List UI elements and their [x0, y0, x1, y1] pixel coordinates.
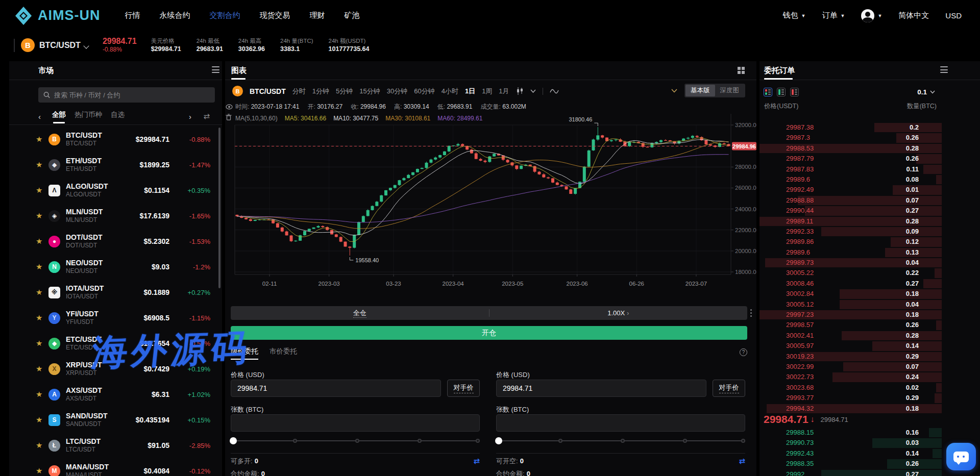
- candlestick-chart[interactable]: 32000.0030000.0028000.0026000.0024000.00…: [228, 101, 756, 295]
- layout-grid-icon[interactable]: [738, 67, 745, 74]
- ask-row[interactable]: 29998.57 0.26: [760, 320, 942, 330]
- ask-row[interactable]: 29987.79 0.26: [760, 154, 942, 164]
- order-tab-限价委托[interactable]: 限价委托: [231, 347, 258, 360]
- timeframe-30分钟[interactable]: 30分钟: [387, 87, 407, 96]
- timeframe-15分钟[interactable]: 15分钟: [359, 87, 380, 96]
- last-price-row[interactable]: 29984.71 ↓ 29984.71: [764, 413, 848, 425]
- coin-row[interactable]: ★ M MANA/USDTMANA/USDT $0.4084 -0.12%: [9, 458, 222, 476]
- view-tab-基本版[interactable]: 基本版: [685, 85, 715, 96]
- ask-row[interactable]: 29987.3 0.26: [760, 133, 942, 143]
- ask-row[interactable]: 29987.83 0.11: [760, 164, 942, 174]
- favorite-star-icon[interactable]: ★: [36, 135, 44, 144]
- timeframe-5分钟[interactable]: 5分钟: [336, 87, 353, 96]
- coin-row[interactable]: ★ N NEO/USDTNEO/USDT $9.03 -1.2%: [9, 254, 222, 280]
- coin-row[interactable]: ★ ※ IOTA/USDTIOTA/USDT $0.1889 +0.27%: [9, 280, 222, 305]
- slider-handle[interactable]: [495, 437, 502, 444]
- ask-row[interactable]: 29992.49 0.01: [760, 185, 942, 195]
- help-icon[interactable]: ?: [740, 348, 747, 356]
- ask-row[interactable]: 30005.12 0.04: [760, 299, 942, 310]
- coin-row[interactable]: ★ Ł LTC/USDTLTC/USDT $91.05 -2.85%: [9, 433, 222, 458]
- chevron-down-icon[interactable]: [530, 89, 536, 93]
- bid-row[interactable]: 29992.43 0.14: [760, 448, 942, 459]
- coin-row[interactable]: ★ ● DOT/USDTDOT/USDT $5.2302 -1.53%: [9, 229, 222, 254]
- ask-row[interactable]: 29988.53 0.28: [760, 143, 942, 154]
- favorite-star-icon[interactable]: ★: [36, 186, 44, 195]
- view-tab-深度图[interactable]: 深度图: [715, 85, 745, 96]
- coin-row[interactable]: ★ ◆ ETC/USDTETC/USDT $18.7654 -0.57%: [9, 331, 222, 356]
- counter-price-button[interactable]: 对手价: [713, 380, 745, 397]
- favorite-star-icon[interactable]: ★: [36, 211, 44, 220]
- search-input[interactable]: [54, 91, 210, 99]
- timeframe-分时[interactable]: 分时: [292, 87, 306, 96]
- bid-row[interactable]: 29988.15 0.16: [760, 428, 942, 438]
- orders-menu[interactable]: 订单▼: [822, 11, 845, 20]
- chevron-down-icon[interactable]: [671, 89, 677, 93]
- nav-item-永续合约[interactable]: 永续合约: [160, 11, 190, 20]
- favorite-star-icon[interactable]: ★: [36, 313, 44, 322]
- coin-row[interactable]: ★ B BTC/USDTBTC/USDT $29984.71 -0.88%: [9, 127, 222, 152]
- long-qty-input[interactable]: [231, 414, 480, 432]
- ask-row[interactable]: 29993.77 0.29: [760, 393, 942, 403]
- coin-row[interactable]: ★ X XRP/USDTXRP/USDT $0.7429 +0.19%: [9, 356, 222, 382]
- transfer-icon[interactable]: ⇄: [739, 457, 745, 466]
- refresh-icon[interactable]: ⇄: [203, 112, 210, 121]
- account-menu[interactable]: ▼: [861, 9, 882, 22]
- coin-row[interactable]: ★ Y YFI/USDTYFI/USDT $6908.5 -1.15%: [9, 305, 222, 331]
- coin-tab-全部[interactable]: 全部: [52, 110, 66, 122]
- coin-tab-自选[interactable]: 自选: [111, 110, 125, 122]
- tabs-scroll-right-icon[interactable]: ›: [189, 112, 191, 121]
- chat-support-button[interactable]: [946, 443, 976, 470]
- nav-item-矿池[interactable]: 矿池: [345, 11, 360, 20]
- bid-row[interactable]: 29988.35 0.26: [760, 459, 942, 469]
- open-position-button[interactable]: 开仓: [231, 326, 747, 340]
- timeframe-1周[interactable]: 1周: [482, 87, 492, 96]
- view-mode-asks-icon[interactable]: [790, 88, 799, 96]
- ask-row[interactable]: 29989.6 0.08: [760, 174, 942, 185]
- ask-row[interactable]: 30008.46 0.27: [760, 279, 942, 289]
- visibility-eye-icon[interactable]: [226, 104, 233, 110]
- timeframe-1月[interactable]: 1月: [499, 87, 509, 96]
- nav-item-交割合约[interactable]: 交割合约: [210, 11, 240, 20]
- transfer-icon[interactable]: ⇄: [473, 457, 480, 466]
- tabs-scroll-left-icon[interactable]: ‹: [38, 112, 41, 121]
- coin-row[interactable]: ★ ◈ MLN/USDTMLN/USDT $17.6139 -1.65%: [9, 203, 222, 229]
- ask-row[interactable]: 30005.22 0.22: [760, 268, 942, 278]
- ask-row[interactable]: 29988.88 0.07: [760, 195, 942, 206]
- currency-selector[interactable]: USD: [945, 11, 962, 20]
- sidebar-menu-icon[interactable]: [212, 66, 219, 73]
- short-price-input[interactable]: [496, 380, 706, 397]
- precision-selector[interactable]: 0.1: [917, 88, 935, 96]
- ask-row[interactable]: 29992.33 0.09: [760, 227, 942, 237]
- view-mode-bids-icon[interactable]: [777, 88, 786, 96]
- ask-row[interactable]: 29987.38 0.2: [760, 122, 942, 133]
- coin-row[interactable]: ★ Λ ALGO/USDTALGO/USDT $0.1154 +0.35%: [9, 178, 222, 203]
- favorite-star-icon[interactable]: ★: [36, 390, 44, 399]
- coin-tab-热门币种[interactable]: 热门币种: [75, 110, 102, 122]
- wallet-menu[interactable]: 钱包▼: [783, 11, 806, 20]
- view-mode-both-icon[interactable]: [764, 88, 772, 96]
- delete-trash-icon[interactable]: [226, 114, 232, 120]
- ask-row[interactable]: 30019.23 0.29: [760, 352, 942, 362]
- coin-row[interactable]: ★ ◆ ETH/USDTETH/USDT $1899.25 -1.47%: [9, 152, 222, 178]
- ask-row[interactable]: 30022.73 0.24: [760, 372, 942, 382]
- brand-logo[interactable]: AIMS-UN: [14, 6, 101, 26]
- ask-row[interactable]: 29989.11 0.28: [760, 216, 942, 227]
- nav-item-行情[interactable]: 行情: [125, 11, 140, 20]
- nav-item-现货交易[interactable]: 现货交易: [260, 11, 290, 20]
- favorite-star-icon[interactable]: ★: [36, 160, 44, 169]
- favorite-star-icon[interactable]: ★: [36, 339, 44, 348]
- more-options-icon[interactable]: [750, 309, 752, 317]
- ask-row[interactable]: 30005.97 0.14: [760, 341, 942, 351]
- long-price-input[interactable]: [231, 380, 441, 397]
- margin-mode-button[interactable]: 全仓: [231, 309, 489, 318]
- chart-tab[interactable]: 图表: [231, 66, 247, 76]
- counter-price-button[interactable]: 对手价: [447, 380, 480, 397]
- slider-handle[interactable]: [230, 437, 237, 444]
- timeframe-1日[interactable]: 1日: [465, 87, 475, 96]
- leverage-button[interactable]: 1.00X›: [489, 309, 748, 317]
- timeframe-1分钟[interactable]: 1分钟: [312, 87, 329, 96]
- ask-row[interactable]: 29989.73 0.04: [760, 258, 942, 268]
- pair-selector[interactable]: BTC/USDT: [39, 41, 81, 50]
- short-qty-slider[interactable]: [496, 437, 745, 444]
- language-selector[interactable]: 简体中文: [898, 11, 929, 20]
